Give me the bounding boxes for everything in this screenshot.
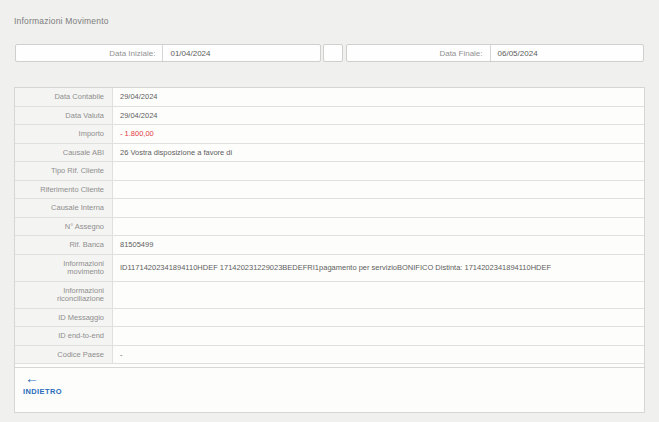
table-row: Importo- 1.800,00 [15,125,644,144]
end-date-field: Data Finale: 06/05/2024 [346,44,644,62]
table-row: Causale Interna [15,199,644,218]
row-value: 26 Vostra disposizione a favore di [113,144,644,162]
table-row: ID end-to-end [15,327,644,346]
row-label: Riferimento Cliente [15,181,113,199]
row-label: Causale ABI [15,144,113,162]
row-label: ID Messaggio [15,309,113,327]
row-value: 29/04/2024 [113,88,644,106]
start-date-label: Data Iniziale: [16,45,163,61]
row-value [113,309,644,327]
row-label: Causale Interna [15,199,113,217]
start-date-input[interactable]: 01/04/2024 [163,49,320,58]
row-value [113,181,644,199]
row-label: Informazioni movimento [15,255,113,281]
row-value: - [113,346,644,364]
row-label: Data Valuta [15,107,113,125]
row-label: Data Contabile [15,88,113,106]
end-date-input[interactable]: 06/05/2024 [491,49,643,58]
row-label: Tipo Rif. Cliente [15,162,113,180]
row-value [113,199,644,217]
back-button[interactable]: ← INDIETRO [23,371,62,396]
row-value [113,218,644,236]
back-button-label: INDIETRO [23,387,62,396]
footer-panel: ← INDIETRO [14,367,645,413]
table-row: N° Assegno [15,218,644,237]
row-label: Codice Paese [15,346,113,364]
table-row: Rif. Banca81505499 [15,236,644,255]
table-row: Informazioni riconciliazione [15,282,644,309]
row-label: Informazioni riconciliazione [15,282,113,308]
start-date-field: Data Iniziale: 01/04/2024 [15,44,321,62]
table-row: Data Contabile29/04/2024 [15,88,644,107]
details-table: Data Contabile29/04/2024Data Valuta29/04… [14,87,645,373]
table-row: Tipo Rif. Cliente [15,162,644,181]
table-row: Riferimento Cliente [15,181,644,200]
table-row: Data Valuta29/04/2024 [15,107,644,126]
date-range-spacer-box [323,44,343,62]
table-row: ID Messaggio [15,309,644,328]
row-label: ID end-to-end [15,327,113,345]
table-row: Causale ABI26 Vostra disposizione a favo… [15,144,644,163]
row-value: 81505499 [113,236,644,254]
row-label: Importo [15,125,113,143]
table-row: Informazioni movimentoID1171420234189411… [15,255,644,282]
row-value [113,282,644,308]
row-label: Rif. Banca [15,236,113,254]
end-date-label: Data Finale: [347,45,491,61]
row-value: ID11714202341894110HDEF 171420231229023B… [113,255,644,281]
arrow-left-icon: ← [23,371,62,386]
row-value [113,162,644,180]
table-row: Codice Paese- [15,346,644,365]
row-value [113,327,644,345]
row-label: N° Assegno [15,218,113,236]
row-value: - 1.800,00 [113,125,644,143]
row-value: 29/04/2024 [113,107,644,125]
page-title: Informazioni Movimento [14,16,109,26]
